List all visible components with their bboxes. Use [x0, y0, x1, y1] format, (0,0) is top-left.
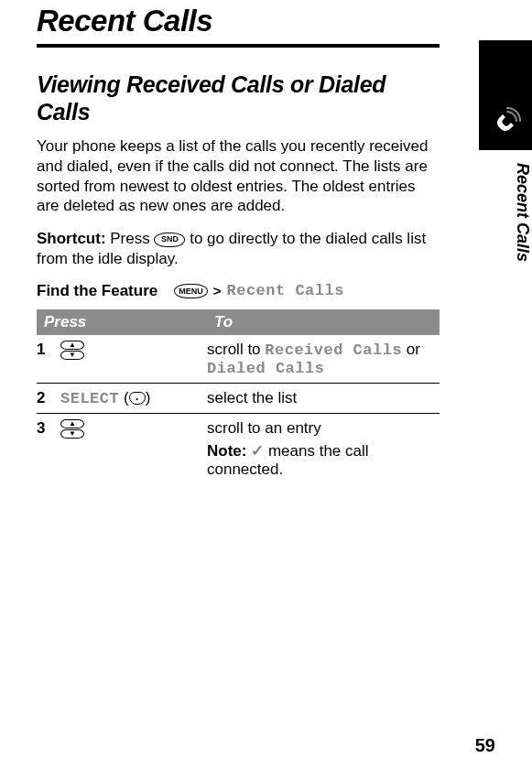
snd-key-icon: SND [154, 233, 185, 247]
note-label: Note: [207, 442, 246, 460]
press-cell: ▲▼ [60, 335, 207, 384]
softkey-icon: • [129, 392, 146, 405]
table-row: 1 ▲▼ scroll to Received Calls or Dialed … [37, 335, 440, 384]
step-number: 1 [37, 335, 60, 384]
to-cell: scroll to an entry Note: ✓ means the cal… [207, 413, 440, 484]
scroll-key-icon: ▲▼ [60, 419, 84, 439]
find-feature-path: MENU > Recent Calls [174, 282, 344, 299]
paren-open: ( [124, 389, 129, 406]
thumb-tab [479, 40, 532, 150]
press-cell: ▲▼ [60, 413, 207, 484]
scroll-key-icon: ▲▼ [60, 341, 84, 360]
intro-paragraph: Your phone keeps a list of the calls you… [37, 136, 440, 216]
header-press: Press [37, 309, 207, 335]
page-number: 59 [475, 735, 495, 756]
step-number: 3 [37, 413, 60, 484]
table-row: 2 SELECT (•) select the list [37, 383, 440, 413]
menu-path-text: Recent Calls [227, 282, 344, 299]
side-tab: Recent Calls [479, 40, 532, 306]
table-row: 3 ▲▼ scroll to an entry Note: ✓ means th… [37, 413, 440, 484]
press-cell: SELECT (•) [60, 383, 207, 413]
menu-option: Received Calls [265, 341, 402, 359]
note-line: Note: ✓ means the call connected. [207, 438, 432, 479]
find-the-feature-row: Find the Feature MENU > Recent Calls [37, 282, 440, 300]
chevron-right-icon: > [212, 283, 223, 298]
title-rule [37, 44, 440, 48]
to-text-pre: scroll to [207, 341, 265, 358]
table-header-row: Press To [37, 309, 440, 335]
to-text-mid: or [402, 341, 420, 358]
step-number: 2 [37, 383, 60, 413]
softkey-label: SELECT [60, 390, 119, 407]
menu-key-icon: MENU [174, 284, 208, 298]
shortcut-paragraph: Shortcut: Press SND to go directly to th… [37, 229, 440, 269]
shortcut-label: Shortcut: [37, 230, 106, 247]
section-heading: Viewing Received Calls or Dialed Calls [37, 71, 440, 125]
paren-close: ) [146, 389, 151, 406]
header-to: To [207, 309, 440, 335]
phone-icon [487, 104, 524, 145]
checkmark-icon: ✓ [251, 442, 264, 460]
to-cell: scroll to Received Calls or Dialed Calls [207, 335, 440, 384]
shortcut-text-before: Press [106, 230, 155, 247]
page-title: Recent Calls [37, 4, 440, 38]
menu-option: Dialed Calls [207, 360, 324, 377]
to-cell: select the list [207, 383, 440, 413]
find-feature-label: Find the Feature [37, 282, 157, 300]
instructions-table: Press To 1 ▲▼ scroll to Received Calls o… [37, 309, 440, 484]
side-section-label: Recent Calls [479, 163, 532, 262]
to-text: scroll to an entry [207, 419, 432, 438]
